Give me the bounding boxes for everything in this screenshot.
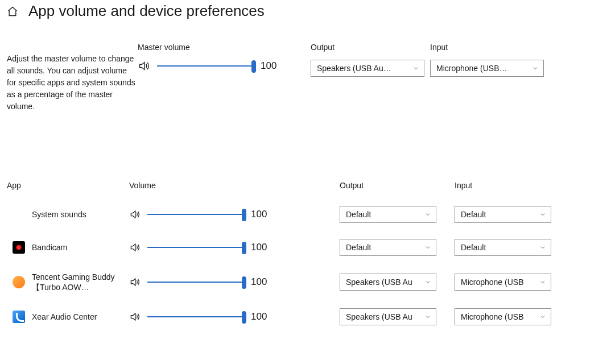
chevron-down-icon [539, 244, 546, 251]
app-row: Xear Audio Center100Speakers (USB AuMicr… [7, 308, 604, 325]
chevron-down-icon [412, 65, 419, 72]
app-volume-value: 100 [251, 311, 267, 322]
app-volume-value: 100 [251, 242, 267, 253]
app-input-select[interactable]: Microphone (USB [455, 308, 551, 325]
app-row: System sounds100DefaultDefault [7, 206, 604, 223]
app-row: Tencent Gaming Buddy【Turbo AOW…100Speake… [7, 272, 604, 292]
master-input-value: Microphone (USB… [436, 64, 507, 73]
app-row: Bandicam100DefaultDefault [7, 239, 604, 256]
app-icon-none [13, 208, 25, 221]
apps-col-input: Input [455, 181, 551, 190]
speaker-icon[interactable] [138, 60, 150, 72]
speaker-icon[interactable] [129, 209, 141, 220]
chevron-down-icon [532, 65, 539, 72]
speaker-icon[interactable] [129, 276, 141, 288]
speaker-icon[interactable] [129, 311, 141, 322]
app-input-select[interactable]: Microphone (USB [455, 274, 551, 291]
apps-col-output: Output [340, 181, 442, 190]
chevron-down-icon [424, 244, 431, 251]
page-title: App volume and device preferences [28, 2, 265, 20]
app-output-select[interactable]: Speakers (USB Au [340, 274, 436, 291]
app-volume-value: 100 [251, 209, 267, 220]
app-output-value: Default [346, 210, 371, 219]
app-name: Tencent Gaming Buddy【Turbo AOW… [32, 272, 123, 292]
app-volume-slider[interactable] [147, 311, 244, 322]
master-description: Adjust the master volume to change all s… [7, 43, 138, 113]
app-output-select[interactable]: Default [340, 206, 436, 223]
app-name: Bandicam [32, 242, 67, 253]
chevron-down-icon [539, 279, 546, 286]
app-input-value: Default [461, 243, 486, 252]
chevron-down-icon [424, 313, 431, 320]
app-input-select[interactable]: Default [455, 206, 551, 223]
app-output-value: Speakers (USB Au [346, 278, 412, 287]
app-input-value: Default [461, 210, 486, 219]
master-volume-value: 100 [261, 60, 276, 72]
master-output-value: Speakers (USB Au… [317, 64, 391, 73]
chevron-down-icon [424, 211, 431, 218]
master-output-select[interactable]: Speakers (USB Au… [311, 60, 424, 77]
chevron-down-icon [424, 279, 431, 286]
master-input-label: Input [430, 43, 544, 52]
app-volume-slider[interactable] [147, 242, 244, 253]
app-output-value: Speakers (USB Au [346, 312, 412, 321]
speaker-icon[interactable] [129, 242, 141, 253]
app-output-value: Default [346, 243, 371, 252]
app-input-value: Microphone (USB [461, 312, 524, 321]
app-input-select[interactable]: Default [455, 239, 551, 256]
master-volume-label: Master volume [138, 43, 308, 52]
home-icon[interactable] [7, 6, 18, 17]
app-icon-xear [13, 311, 25, 323]
app-input-value: Microphone (USB [461, 278, 524, 287]
app-output-select[interactable]: Default [340, 239, 436, 256]
apps-col-app: App [7, 181, 129, 190]
chevron-down-icon [539, 211, 546, 218]
master-volume-slider[interactable] [157, 60, 254, 72]
app-icon-tencent [13, 276, 25, 288]
app-output-select[interactable]: Speakers (USB Au [340, 308, 436, 325]
app-volume-slider[interactable] [147, 209, 244, 220]
app-volume-slider[interactable] [147, 276, 244, 288]
app-name: System sounds [32, 209, 86, 220]
apps-col-volume: Volume [129, 181, 311, 190]
app-icon-bandicam [13, 241, 25, 254]
master-input-select[interactable]: Microphone (USB… [430, 60, 544, 77]
chevron-down-icon [539, 313, 546, 320]
app-volume-value: 100 [251, 276, 267, 288]
app-name: Xear Audio Center [32, 312, 97, 322]
master-output-label: Output [311, 43, 424, 52]
